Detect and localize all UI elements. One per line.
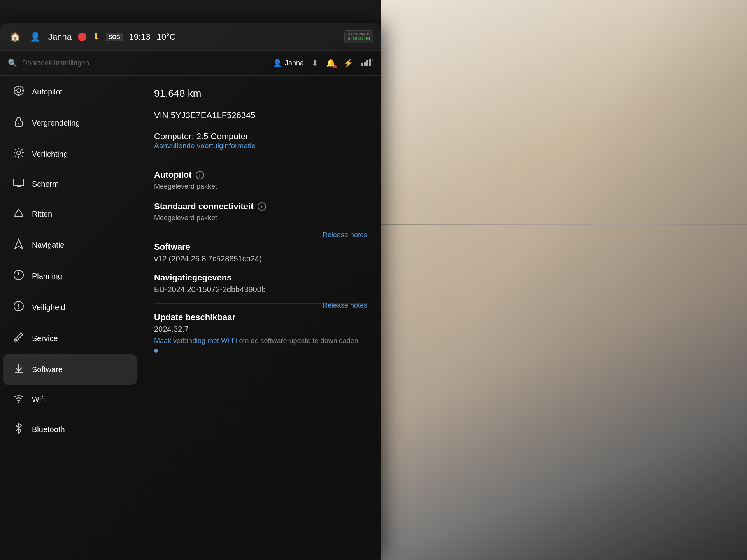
connectivity-info-icon[interactable]: i	[258, 202, 266, 211]
release-notes-btn-2[interactable]: Release notes	[323, 301, 367, 310]
update-title: Update beschikbaar	[154, 312, 367, 322]
sos-label: SOS	[109, 34, 120, 40]
odometer-value: 91.648 km	[154, 88, 367, 100]
sidebar-label-autopilot: Autopilot	[32, 88, 62, 96]
nav-data-version: EU-2024.20-15072-2dbb43900b	[154, 285, 367, 294]
sidebar-label-ritten: Ritten	[32, 210, 52, 219]
vehicle-info-link[interactable]: Aanvullende voertuiginformatie	[154, 142, 367, 150]
sidebar-item-vergrendeling[interactable]: Vergrendeling	[3, 108, 137, 138]
connectivity-label: Standaard connectiviteit	[154, 201, 254, 212]
computer-label: Computer: 2.5 Computer	[154, 131, 367, 142]
sidebar-label-verlichting: Verlichting	[32, 150, 68, 159]
scherm-icon	[12, 178, 25, 189]
wifi-prompt-container: Maak verbinding met Wi-Fi om de software…	[154, 337, 367, 345]
svg-point-6	[17, 89, 21, 93]
bluetooth-icon	[12, 423, 25, 436]
sidebar-item-service[interactable]: Service	[3, 323, 137, 354]
ritten-icon	[12, 207, 25, 220]
release-notes-btn-1[interactable]: Release notes	[323, 231, 367, 239]
status-bar: 🏠 👤 Janna ⬇ SOS 19:13 10°C PASSENGER AIR…	[0, 23, 381, 51]
status-bar-right: PASSENGER AIRBAG ON	[344, 30, 374, 43]
header-user[interactable]: 👤 Janna	[273, 59, 304, 67]
lte-indicator: LTE	[361, 58, 374, 68]
airbag-badge: PASSENGER AIRBAG ON	[344, 30, 374, 43]
sidebar: Autopilot Vergrendeling	[0, 76, 140, 560]
airbag-title: PASSENGER	[348, 32, 370, 37]
autopilot-info-icon[interactable]: i	[196, 171, 204, 179]
search-container[interactable]: 🔍 Doorzoek instellingen	[8, 58, 265, 68]
search-placeholder-text: Doorzoek instellingen	[22, 59, 89, 67]
veiligheid-icon	[12, 301, 25, 314]
profile-icon[interactable]: 👤	[28, 30, 42, 44]
sidebar-label-service: Service	[32, 334, 58, 343]
car-interior	[381, 0, 747, 560]
svg-rect-2	[366, 60, 368, 66]
tesla-screen: 🏠 👤 Janna ⬇ SOS 19:13 10°C PASSENGER AIR…	[0, 23, 381, 560]
header-download-icon[interactable]: ⬇	[312, 58, 318, 68]
sidebar-item-verlichting[interactable]: Verlichting	[3, 139, 137, 169]
status-temperature: 10°C	[157, 32, 176, 42]
status-user-name: Janna	[48, 32, 72, 42]
header-bar: 🔍 Doorzoek instellingen 👤 Janna ⬇ 🔔 ⚡	[0, 51, 381, 76]
svg-line-19	[21, 156, 23, 157]
svg-rect-0	[361, 63, 363, 66]
service-icon	[12, 332, 25, 345]
svg-point-36	[18, 402, 19, 403]
vin-value: VIN 5YJ3E7EA1LF526345	[154, 110, 367, 121]
sidebar-item-planning[interactable]: Planning	[3, 261, 137, 291]
sos-button[interactable]: SOS	[106, 33, 123, 41]
connectivity-package: Meegeleverd pakket	[154, 214, 367, 222]
autopilot-row: Autopilot i Meegeleverd pakket	[154, 170, 367, 191]
sidebar-item-ritten[interactable]: Ritten	[3, 199, 137, 229]
sidebar-item-veiligheid[interactable]: Veiligheid	[3, 292, 137, 322]
navigatie-icon	[12, 238, 25, 252]
autopilot-package: Meegeleverd pakket	[154, 182, 367, 191]
sidebar-label-navigatie: Navigatie	[32, 241, 64, 250]
content-panel: 91.648 km VIN 5YJ3E7EA1LF526345 Computer…	[140, 76, 381, 560]
svg-line-20	[21, 149, 23, 150]
svg-point-33	[14, 339, 17, 341]
sidebar-label-vergrendeling: Vergrendeling	[32, 119, 80, 128]
airbag-status: AIRBAG ON	[348, 37, 370, 41]
header-bluetooth-icon[interactable]: ⚡	[344, 58, 353, 68]
sidebar-label-bluetooth: Bluetooth	[32, 425, 65, 434]
download-icon: ⬇	[93, 32, 100, 42]
wifi-link[interactable]: Maak verbinding met Wi-Fi	[154, 337, 237, 345]
sidebar-item-software[interactable]: Software	[3, 354, 137, 385]
main-content: Autopilot Vergrendeling	[0, 76, 381, 560]
update-section: Update beschikbaar 2024.32.7 Maak verbin…	[154, 312, 367, 354]
svg-line-18	[15, 149, 16, 150]
planning-icon	[12, 270, 25, 283]
verlichting-icon	[12, 147, 25, 161]
sidebar-item-bluetooth[interactable]: Bluetooth	[3, 414, 137, 444]
sidebar-label-veiligheid: Veiligheid	[32, 303, 65, 312]
wifi-icon	[12, 394, 25, 405]
home-icon[interactable]: 🏠	[8, 30, 22, 44]
autopilot-icon	[12, 85, 25, 98]
autopilot-label: Autopilot	[154, 170, 192, 180]
header-bell-icon[interactable]: 🔔	[326, 58, 336, 68]
svg-line-21	[15, 156, 16, 157]
svg-point-12	[18, 123, 19, 124]
sidebar-label-wifi: Wifi	[32, 395, 45, 404]
sidebar-item-autopilot[interactable]: Autopilot	[3, 77, 137, 107]
car-reflection	[381, 0, 747, 560]
vin-row: VIN 5YJ3E7EA1LF526345	[154, 110, 367, 121]
connectivity-row: Standaard connectiviteit i Meegeleverd p…	[154, 201, 367, 222]
sidebar-item-scherm[interactable]: Scherm	[3, 170, 137, 198]
nav-data-title: Navigatiegegevens	[154, 273, 367, 283]
svg-rect-22	[14, 179, 24, 186]
record-indicator	[78, 33, 86, 41]
software-icon	[12, 363, 25, 376]
notification-dot	[333, 65, 337, 68]
svg-rect-3	[369, 59, 371, 66]
sidebar-label-planning: Planning	[32, 272, 62, 281]
sidebar-item-navigatie[interactable]: Navigatie	[3, 230, 137, 260]
svg-rect-1	[364, 62, 366, 66]
sidebar-item-wifi[interactable]: Wifi	[3, 385, 137, 413]
svg-point-13	[17, 151, 21, 155]
search-icon: 🔍	[8, 58, 18, 68]
svg-point-32	[18, 308, 19, 309]
odometer-row: 91.648 km	[154, 88, 367, 100]
divider-1	[154, 161, 367, 161]
